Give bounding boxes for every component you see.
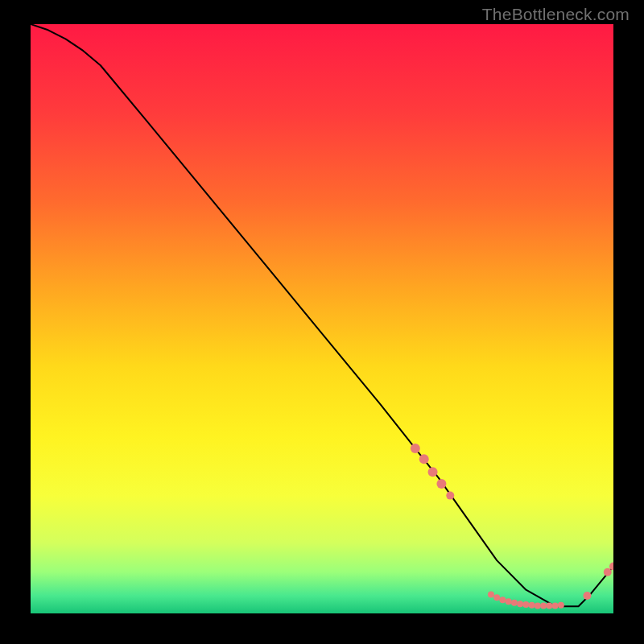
marker-point — [511, 600, 518, 606]
marker-point — [419, 454, 429, 464]
marker-point — [583, 592, 591, 600]
marker-point — [558, 602, 564, 609]
plot-area — [31, 24, 613, 613]
marker-point — [411, 444, 420, 453]
marker-point — [499, 597, 506, 603]
marker-point — [446, 492, 454, 500]
marker-point — [529, 602, 535, 609]
marker-point — [535, 602, 541, 609]
marker-point — [506, 598, 512, 605]
marker-point — [552, 602, 559, 609]
marker-point — [604, 568, 612, 576]
marker-point — [428, 467, 438, 477]
marker-point — [493, 594, 500, 601]
marker-point — [540, 602, 547, 609]
chart-container: TheBottleneck.com — [0, 0, 644, 644]
marker-point — [546, 602, 552, 609]
marker-point — [522, 601, 529, 608]
marker-point — [517, 601, 523, 607]
marker-point — [488, 592, 494, 598]
marker-point — [436, 479, 446, 489]
watermark-text: TheBottleneck.com — [482, 5, 630, 24]
chart-svg — [31, 24, 613, 613]
chart-background — [31, 24, 613, 613]
